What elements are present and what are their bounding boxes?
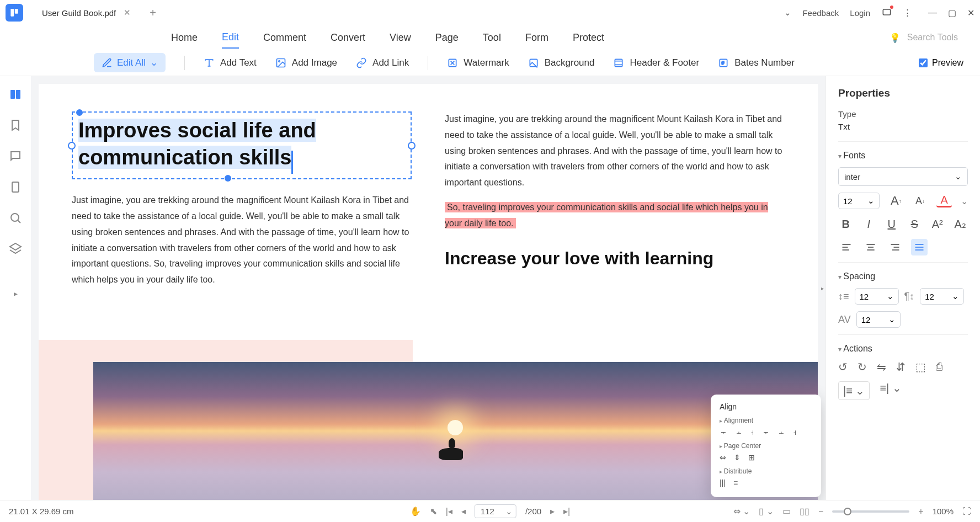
selection-handle[interactable] [68, 142, 76, 150]
two-page-icon[interactable]: ▯▯ [800, 506, 809, 516]
align-right-icon[interactable] [887, 239, 903, 255]
extract-icon[interactable]: ⎙ [936, 360, 942, 374]
watermark-button[interactable]: Watermark [447, 57, 509, 68]
superscript-icon[interactable]: A² [930, 216, 945, 232]
expand-sidebar-icon[interactable]: ▸ [14, 289, 18, 298]
menu-edit[interactable]: Edit [222, 27, 239, 49]
spacing-b-select[interactable]: 12⌄ [920, 288, 964, 305]
zoom-in-icon[interactable]: + [918, 507, 923, 516]
background-button[interactable]: Background [528, 57, 595, 68]
add-text-button[interactable]: Add Text [204, 57, 257, 68]
selection-handle[interactable] [225, 175, 231, 182]
selection-handle[interactable] [408, 142, 416, 150]
bates-number-button[interactable]: # Bates Number [718, 57, 795, 68]
zoom-out-icon[interactable]: − [818, 507, 823, 516]
chevron-down-icon[interactable]: ⌄ [961, 196, 968, 206]
distribute-h-icon[interactable]: ||| [720, 478, 726, 487]
align-top-icon[interactable]: ⫟ [762, 428, 770, 436]
center-h-icon[interactable]: ⇔ [720, 453, 726, 462]
search-icon[interactable] [8, 211, 23, 225]
page-number-input[interactable]: 112 ⌄ [475, 504, 516, 518]
hand-tool-icon[interactable]: ✋ [410, 506, 421, 516]
selected-heading[interactable]: Improves social life and communication s… [78, 119, 316, 169]
distribute-v-icon[interactable]: ≡ [733, 478, 738, 487]
page-center-section[interactable]: Page Center [720, 442, 812, 450]
align-panel[interactable]: Align Alignment ⫟ ⫠ ⫞ ⫟ ⫠ ⫞ Page Center … [711, 395, 821, 497]
menu-form[interactable]: Form [525, 28, 548, 48]
add-link-button[interactable]: Add Link [356, 57, 409, 68]
actions-section[interactable]: Actions [838, 344, 968, 354]
bookmark-icon[interactable] [8, 118, 23, 132]
last-page-icon[interactable]: ▸| [563, 506, 570, 516]
menu-protect[interactable]: Protect [573, 28, 604, 48]
add-tab-icon[interactable]: + [150, 7, 156, 19]
italic-icon[interactable]: I [861, 216, 877, 232]
next-page-icon[interactable]: ▸ [550, 506, 555, 516]
list-left-icon[interactable]: |≡ ⌄ [838, 381, 870, 400]
menu-convert[interactable]: Convert [331, 28, 365, 48]
center-v-icon[interactable]: ⇕ [734, 453, 741, 462]
spacing-a-select[interactable]: 12⌄ [855, 288, 899, 305]
zoom-slider[interactable] [832, 510, 909, 513]
first-page-icon[interactable]: |◂ [446, 506, 452, 516]
align-left-icon[interactable] [838, 239, 855, 255]
flip-h-icon[interactable]: ⇋ [877, 360, 886, 374]
body-text[interactable]: Just imagine, you are trekking around th… [72, 193, 412, 288]
fullscreen-icon[interactable]: ⛶ [962, 507, 971, 516]
maximize-icon[interactable]: ▢ [948, 8, 956, 18]
spacing-c-select[interactable]: 12⌄ [856, 311, 901, 328]
fonts-section[interactable]: Fonts [838, 151, 968, 161]
comment-icon[interactable] [8, 149, 23, 163]
rotate-left-icon[interactable]: ↺ [838, 360, 848, 374]
selected-text-block[interactable]: Improves social life and communication s… [72, 111, 412, 179]
layers-icon[interactable] [8, 242, 23, 256]
align-left-icon[interactable]: ⫟ [720, 428, 727, 436]
flip-v-icon[interactable]: ⇵ [896, 360, 906, 374]
fit-page-icon[interactable]: ▯ ⌄ [759, 506, 773, 516]
more-icon[interactable]: ⋮ [903, 8, 912, 18]
strikethrough-icon[interactable]: S [907, 216, 923, 232]
search-tools-input[interactable]: Search Tools [907, 33, 958, 42]
canvas-area[interactable]: Improves social life and communication s… [31, 76, 825, 500]
feedback-link[interactable]: Feedback [802, 8, 839, 18]
menu-view[interactable]: View [390, 28, 411, 48]
align-center-h-icon[interactable]: ⫠ [735, 428, 743, 436]
subscript-icon[interactable]: A₂ [953, 216, 968, 232]
body-text[interactable]: Just imagine, you are trekking around th… [445, 111, 785, 191]
fit-width-icon[interactable]: ⇔ ⌄ [733, 506, 750, 516]
align-center-icon[interactable] [862, 239, 879, 255]
document-image[interactable] [39, 340, 818, 500]
heading[interactable]: Increase your love with learning [445, 248, 785, 269]
font-size-select[interactable]: 12⌄ [838, 193, 880, 209]
selection-handle[interactable] [76, 109, 83, 116]
close-tab-icon[interactable]: ✕ [124, 8, 131, 18]
chevron-down-icon[interactable]: ⌄ [784, 8, 791, 18]
panel-toggle-icon[interactable]: ▸ [819, 274, 825, 302]
reading-mode-icon[interactable]: ▭ [782, 506, 791, 516]
crop-icon[interactable]: ⬚ [915, 360, 926, 374]
spacing-section[interactable]: Spacing [838, 271, 968, 281]
prev-page-icon[interactable]: ◂ [461, 506, 466, 516]
edit-all-button[interactable]: Edit All ⌄ [94, 53, 166, 72]
align-middle-icon[interactable]: ⫠ [777, 428, 785, 436]
align-justify-icon[interactable] [911, 239, 928, 255]
document-page[interactable]: Improves social life and communication s… [39, 84, 818, 500]
center-both-icon[interactable]: ⊞ [748, 453, 755, 462]
list-right-icon[interactable]: ≡| ⌄ [880, 381, 901, 400]
notification-icon[interactable] [881, 7, 892, 19]
underline-icon[interactable]: U [884, 216, 899, 232]
login-link[interactable]: Login [850, 8, 870, 18]
rotate-right-icon[interactable]: ↻ [858, 360, 867, 374]
preview-checkbox[interactable]: Preview [919, 58, 963, 68]
align-bottom-icon[interactable]: ⫞ [793, 428, 797, 436]
select-tool-icon[interactable]: ⬉ [430, 506, 437, 516]
document-tab[interactable]: User Guild Book.pdf ✕ [34, 4, 139, 21]
close-window-icon[interactable]: ✕ [967, 8, 974, 18]
bold-icon[interactable]: B [838, 216, 854, 232]
thumbnails-icon[interactable] [8, 87, 23, 102]
attachment-icon[interactable] [8, 180, 23, 194]
font-color-icon[interactable]: A [936, 194, 952, 207]
add-image-button[interactable]: Add Image [275, 57, 337, 68]
zoom-value[interactable]: 100% [933, 507, 954, 516]
decrease-font-icon[interactable]: A↓ [913, 193, 928, 209]
